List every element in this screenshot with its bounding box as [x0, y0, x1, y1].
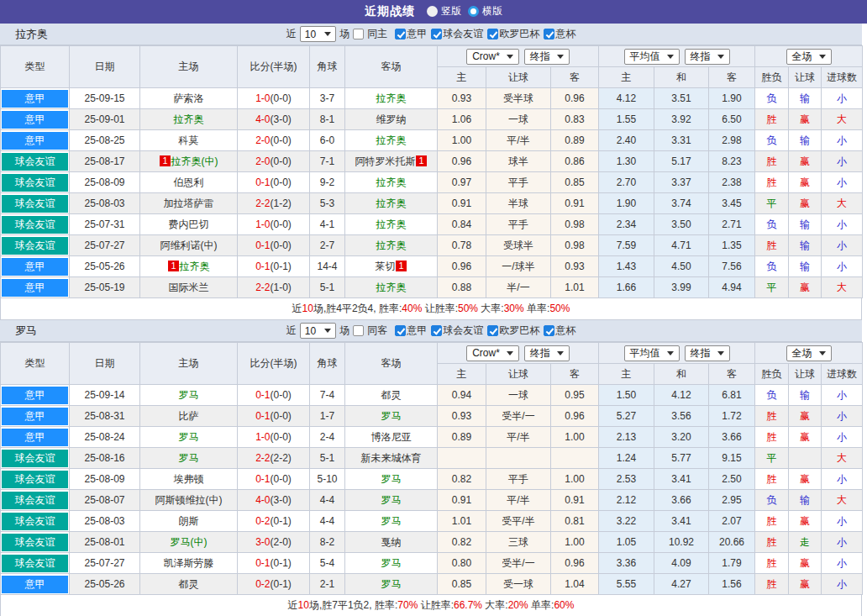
- odds-cell: 0.98: [551, 214, 599, 235]
- avg-stage-select[interactable]: 终指: [685, 49, 730, 65]
- odds-cell: 1.04: [551, 574, 599, 595]
- match-row: 意甲25-05-26都灵0-2(0-1)2-1罗马0.85受一球1.045.55…: [1, 574, 863, 595]
- result-cell: 赢: [789, 151, 822, 172]
- match-type-cell: 球会友谊: [1, 553, 70, 574]
- corner-cell: 8-2: [310, 532, 345, 553]
- match-type-badge: 意甲: [2, 90, 68, 108]
- team-name: 加拉塔萨雷: [164, 197, 214, 209]
- league-filter-group: 意甲球会友谊欧罗巴杯意杯: [391, 27, 575, 41]
- radio-icon[interactable]: [468, 6, 479, 17]
- same-venue-checkbox[interactable]: [353, 29, 364, 39]
- halftime-score: (0-0): [271, 410, 292, 422]
- away-team-cell: 拉齐奥: [345, 193, 438, 214]
- odds-controls: Crow* 终指: [438, 343, 599, 364]
- match-type-cell: 球会友谊: [1, 172, 70, 193]
- odds-company-select[interactable]: Crow*: [466, 345, 519, 361]
- odds-cell: 0.94: [438, 385, 486, 406]
- odds-cell: 0.80: [438, 553, 486, 574]
- scope-controls: 全场: [755, 343, 863, 364]
- result-cell: 赢: [789, 406, 822, 427]
- match-row: 球会友谊25-07-31费内巴切1-0(0-0)4-1拉齐奥0.84平手0.98…: [1, 214, 863, 235]
- table-header: 类型 日期 主场 比分(半场) 角球 客场 Crow* 终指 平均值 终指 全场: [1, 46, 863, 88]
- home-team-cell: 国际米兰: [140, 277, 238, 298]
- result-cell: 输: [789, 385, 822, 406]
- match-type-cell: 意甲: [1, 109, 70, 130]
- avg-odds-cell: 4.12: [599, 88, 654, 109]
- fulltime-score: 2-2: [255, 282, 270, 293]
- fulltime-score: 1-0: [255, 431, 270, 443]
- league-checkbox-意杯[interactable]: [544, 325, 554, 336]
- same-venue-checkbox[interactable]: [353, 325, 364, 336]
- match-count-select[interactable]: 10: [300, 323, 336, 339]
- radio-icon[interactable]: [427, 6, 438, 17]
- league-checkbox-意杯[interactable]: [544, 29, 554, 39]
- match-type-badge: 球会友谊: [2, 216, 68, 234]
- scope-select[interactable]: 全场: [786, 49, 832, 65]
- match-count-select[interactable]: 10: [300, 26, 336, 42]
- odds-cell: 受一球: [486, 574, 551, 595]
- result-cell: 胜: [755, 532, 789, 553]
- red-card-badge: 1: [416, 155, 426, 166]
- league-checkbox-label: 意杯: [555, 324, 575, 338]
- odds-cell: 0.96: [438, 256, 486, 277]
- match-type-badge: 意甲: [2, 132, 68, 150]
- subcol-crow-handicap: 让球: [486, 67, 551, 88]
- subcol-crow-away: 客: [551, 364, 599, 385]
- avg-source-select[interactable]: 平均值: [624, 49, 680, 65]
- odds-stage-value: 终指: [530, 50, 550, 64]
- subcol-crow-home: 主: [438, 364, 486, 385]
- fulltime-score: 1-0: [255, 92, 270, 104]
- col-away: 客场: [345, 343, 438, 385]
- date-cell: 25-08-09: [70, 172, 140, 193]
- odds-company-value: Crow*: [472, 347, 500, 359]
- record-summary-roma: 近10场,胜7平1负2, 胜率:70% 让胜率:66.7% 大率:20% 单率:…: [0, 595, 862, 616]
- odds-stage-value: 终指: [530, 346, 550, 361]
- avg-stage-value: 终指: [691, 50, 711, 64]
- avg-odds-cell: 1.24: [599, 448, 654, 469]
- avg-stage-select[interactable]: 终指: [685, 345, 730, 361]
- league-checkbox-意甲[interactable]: [395, 325, 406, 336]
- date-cell: 25-08-03: [70, 511, 140, 532]
- avg-odds-cell: 3.66: [654, 490, 709, 511]
- avg-odds-cell: 4.27: [654, 574, 709, 595]
- away-team-cell: 阿特罗米托斯1: [345, 151, 438, 172]
- layout-radio-竖版[interactable]: 竖版: [427, 4, 461, 18]
- halftime-score: (0-0): [271, 240, 292, 251]
- result-cell: 胜: [755, 151, 789, 172]
- avg-odds-cell: 6.50: [709, 109, 755, 130]
- odds-company-select[interactable]: Crow*: [466, 49, 519, 65]
- team-name: 罗马: [179, 431, 199, 443]
- result-cell: 负: [755, 88, 789, 109]
- league-checkbox-意甲[interactable]: [395, 29, 406, 39]
- league-checkbox-球会友谊[interactable]: [431, 29, 442, 39]
- home-team-cell: 1拉齐奥: [140, 256, 238, 277]
- league-checkbox-球会友谊[interactable]: [431, 325, 442, 336]
- score-cell: 0-1(0-1): [238, 553, 310, 574]
- away-team-cell: 罗马: [345, 490, 438, 511]
- odds-stage-select[interactable]: 终指: [524, 49, 570, 65]
- halftime-score: (0-0): [271, 473, 292, 485]
- fulltime-score: 2-2: [255, 197, 270, 209]
- avg-source-select[interactable]: 平均值: [624, 345, 680, 361]
- team-name: 都灵: [179, 578, 199, 590]
- avg-source-value: 平均值: [630, 50, 660, 64]
- avg-odds-cell: 3.45: [709, 193, 755, 214]
- avg-odds-cell: 1.05: [599, 532, 654, 553]
- odds-cell: 一球: [486, 385, 551, 406]
- score-cell: 2-2(2-2): [238, 448, 310, 469]
- scope-select[interactable]: 全场: [786, 345, 832, 361]
- result-cell: 赢: [789, 277, 822, 298]
- col-date: 日期: [70, 343, 140, 385]
- home-team-cell: 凯泽斯劳滕: [140, 553, 238, 574]
- match-type-cell: 意甲: [1, 256, 70, 277]
- league-checkbox-欧罗巴杯[interactable]: [487, 29, 498, 39]
- subcol-crow-handicap: 让球: [486, 364, 551, 385]
- date-cell: 25-08-03: [70, 193, 140, 214]
- league-checkbox-欧罗巴杯[interactable]: [487, 325, 498, 336]
- layout-radio-横版[interactable]: 横版: [468, 4, 502, 18]
- result-cell: 输: [789, 490, 822, 511]
- fulltime-score: 0-1: [255, 557, 270, 569]
- chevron-down-icon: [819, 351, 826, 355]
- odds-stage-select[interactable]: 终指: [524, 345, 570, 361]
- avg-odds-cell: 5.17: [654, 151, 709, 172]
